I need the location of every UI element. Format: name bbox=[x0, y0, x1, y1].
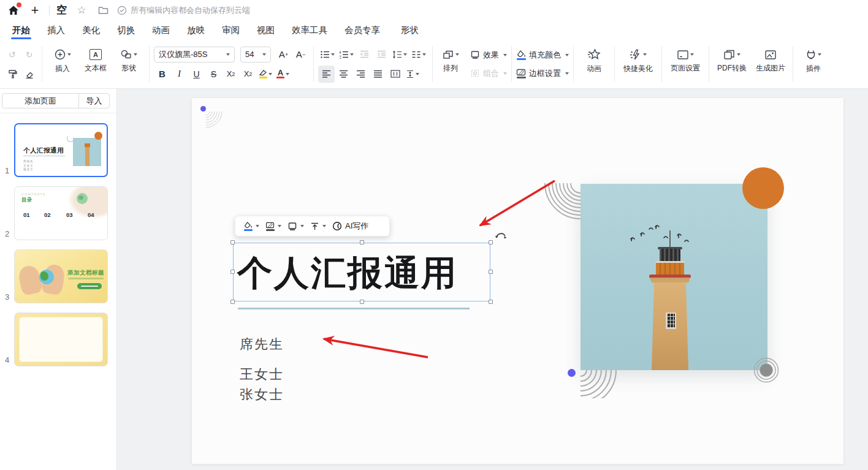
underline-button[interactable]: U bbox=[188, 66, 205, 83]
font-family-select[interactable]: 汉仪旗黑-85S bbox=[154, 47, 235, 63]
home-button[interactable] bbox=[6, 3, 21, 18]
pdf-convert-button[interactable]: PDF转换 bbox=[714, 42, 750, 80]
italic-button[interactable]: I bbox=[171, 66, 188, 83]
tab-efficiency-tools[interactable]: 效率工具 bbox=[283, 20, 336, 40]
name-text-3[interactable]: 张女士 bbox=[240, 385, 284, 404]
floating-format-toolbar: AI写作 bbox=[235, 216, 390, 237]
lightning-icon bbox=[630, 49, 642, 61]
plugin-button[interactable]: 插件 bbox=[798, 42, 829, 80]
numbered-list-button[interactable] bbox=[337, 46, 356, 63]
editor-canvas[interactable]: 席先生 王女士 张女士 个人汇报通用 bbox=[117, 89, 868, 470]
lighthouse-image[interactable] bbox=[581, 184, 767, 370]
decrease-font-button[interactable]: A− bbox=[292, 46, 309, 63]
border-label: 边框设置 bbox=[529, 68, 561, 79]
slide-title-text[interactable]: 个人汇报通用 bbox=[237, 243, 458, 300]
increase-indent-button[interactable] bbox=[373, 46, 390, 63]
name-text-2[interactable]: 王女士 bbox=[240, 365, 284, 384]
ai-writing-button[interactable]: AI写作 bbox=[331, 218, 370, 234]
tab-member[interactable]: 会员专享 bbox=[336, 20, 389, 40]
arrange-button[interactable]: 排列 bbox=[437, 42, 464, 80]
slide-thumbnail-4[interactable] bbox=[14, 313, 108, 366]
eraser-button[interactable] bbox=[21, 66, 37, 83]
orange-circle-decoration[interactable] bbox=[742, 167, 784, 209]
textbox-button[interactable]: A 文本框 bbox=[80, 42, 112, 80]
chevron-down-icon bbox=[268, 73, 272, 75]
import-button[interactable]: 导入 bbox=[79, 94, 109, 108]
subscript-button[interactable]: X2 bbox=[240, 66, 256, 83]
bold-button[interactable]: B bbox=[154, 66, 170, 83]
insert-button[interactable]: 插入 bbox=[47, 42, 78, 80]
plugin-label: 插件 bbox=[806, 64, 821, 74]
tab-insert[interactable]: 插入 bbox=[39, 20, 74, 40]
bullet-list-button[interactable] bbox=[318, 46, 337, 63]
chevron-down-icon bbox=[256, 225, 259, 227]
align-left-button[interactable] bbox=[318, 66, 335, 83]
font-color-button[interactable]: A bbox=[275, 66, 291, 83]
superscript-button[interactable]: X2 bbox=[223, 66, 239, 83]
decrease-indent-icon bbox=[360, 50, 369, 58]
slide-page[interactable]: 席先生 王女士 张女士 个人汇报通用 bbox=[192, 98, 843, 464]
redo-button[interactable]: ↻ bbox=[21, 46, 37, 63]
favorite-button[interactable]: ☆ bbox=[74, 3, 89, 18]
resize-handle-nw[interactable] bbox=[230, 240, 235, 244]
slide-number: 3 bbox=[0, 292, 14, 303]
chevron-down-icon bbox=[422, 53, 426, 56]
shape-button[interactable]: 形状 bbox=[113, 42, 145, 80]
rotate-handle-icon[interactable] bbox=[493, 229, 508, 241]
decrease-indent-button[interactable] bbox=[356, 46, 373, 63]
quick-beautify-button[interactable]: 快捷美化 bbox=[619, 42, 657, 80]
autosave-status: 所有编辑内容都会自动保存到云端 bbox=[117, 5, 250, 16]
slide-thumbnail-1[interactable]: 个人汇报通用 席先生 王女士 张女士 bbox=[14, 123, 108, 177]
fill-color-button[interactable]: 填充颜色 bbox=[516, 47, 569, 64]
tab-animation[interactable]: 动画 bbox=[143, 20, 178, 40]
resize-handle-e[interactable] bbox=[489, 270, 493, 274]
fill-color-tool[interactable] bbox=[242, 218, 261, 234]
tab-slideshow[interactable]: 放映 bbox=[178, 20, 213, 40]
font-size-select[interactable]: 54 bbox=[240, 47, 271, 63]
shape-style-tool[interactable] bbox=[286, 218, 305, 234]
resize-handle-s[interactable] bbox=[360, 300, 364, 304]
align-center-icon bbox=[339, 70, 348, 78]
tab-transition[interactable]: 切换 bbox=[108, 20, 143, 40]
name-text-1[interactable]: 席先生 bbox=[240, 335, 284, 354]
border-settings-button[interactable]: 边框设置 bbox=[516, 65, 569, 82]
distribute-button[interactable] bbox=[387, 66, 403, 83]
animation-button[interactable]: 动画 bbox=[578, 42, 610, 80]
columns-button[interactable] bbox=[409, 46, 428, 63]
tab-review[interactable]: 审阅 bbox=[213, 20, 248, 40]
format-painter-button[interactable] bbox=[4, 66, 20, 83]
justify-button[interactable] bbox=[370, 66, 386, 83]
resize-handle-w[interactable] bbox=[230, 270, 235, 274]
resize-handle-sw[interactable] bbox=[230, 300, 235, 304]
resize-handle-se[interactable] bbox=[489, 300, 493, 304]
tab-beautify[interactable]: 美化 bbox=[74, 20, 108, 40]
new-document-button[interactable]: + bbox=[28, 3, 42, 18]
tab-home[interactable]: 开始 bbox=[4, 20, 39, 40]
resize-handle-ne[interactable] bbox=[489, 240, 493, 244]
fill-label: 填充颜色 bbox=[529, 50, 561, 61]
tab-shape-contextual[interactable]: 形状 bbox=[392, 20, 427, 40]
line-spacing-button[interactable] bbox=[390, 46, 409, 63]
align-tool[interactable] bbox=[309, 218, 327, 234]
title-textbox-selection[interactable]: 个人汇报通用 bbox=[233, 243, 490, 301]
group-button[interactable]: 组合 bbox=[470, 65, 507, 82]
align-right-button[interactable] bbox=[352, 66, 369, 83]
slide-thumbnail-3[interactable]: 添加文档标题 bbox=[14, 249, 108, 303]
tab-view[interactable]: 视图 bbox=[248, 20, 283, 40]
undo-button[interactable]: ↺ bbox=[4, 46, 20, 63]
vertical-spacing-button[interactable] bbox=[404, 66, 421, 83]
resize-handle-n[interactable] bbox=[360, 240, 364, 244]
thumb2-toc-label: 目录 bbox=[21, 197, 32, 204]
generate-image-button[interactable]: 生成图片 bbox=[753, 42, 788, 80]
folder-button[interactable] bbox=[96, 3, 110, 18]
border-tool[interactable] bbox=[264, 218, 283, 234]
font-family-value: 汉仪旗黑-85S bbox=[159, 49, 207, 60]
effect-button[interactable]: 效果 bbox=[470, 47, 507, 64]
slide-thumbnail-2[interactable]: CONTENTS 目录 01 02 03 04 bbox=[14, 186, 108, 240]
page-setup-button[interactable]: 页面设置 bbox=[666, 42, 704, 80]
highlight-color-button[interactable] bbox=[257, 66, 274, 83]
align-center-button[interactable] bbox=[335, 66, 352, 83]
strikethrough-button[interactable]: S bbox=[205, 66, 222, 83]
add-page-button[interactable]: 添加页面 bbox=[2, 94, 78, 108]
increase-font-button[interactable]: A+ bbox=[275, 46, 292, 63]
